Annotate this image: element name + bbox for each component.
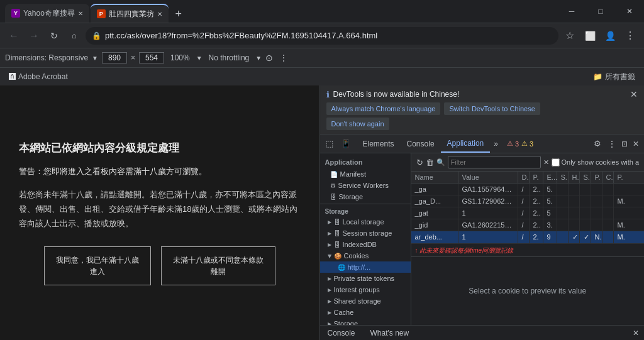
table-row[interactable]: ar_deb... 1 / 2. 9 ✓ ✓ N. M. <box>411 231 645 244</box>
sidebar-shared-storage[interactable]: ▶ Shared storage <box>320 295 411 307</box>
tab-more[interactable]: » <box>490 137 502 151</box>
cell-pri <box>602 219 614 231</box>
dt-icon-device[interactable]: 📱 <box>339 137 353 151</box>
sidebar-cookies-http[interactable]: 🌐 http://... <box>320 261 411 273</box>
storage-top-icon: 🗄 <box>330 194 336 200</box>
col-header-path[interactable]: P. <box>530 172 543 183</box>
cell-name: _gat <box>411 207 458 219</box>
cell-exp: 9 <box>543 231 557 243</box>
bookmark-adobe[interactable]: 🅰 Adobe Acrobat <box>5 71 72 82</box>
menu-button[interactable]: ⋮ <box>621 27 639 45</box>
sidebar-indexeddb[interactable]: ▶ 🗄 IndexedDB <box>320 239 411 250</box>
col-header-exp[interactable]: E... <box>543 172 557 183</box>
col-header-par[interactable]: P. <box>614 172 628 183</box>
bottom-tab-whatsnew[interactable]: What's new <box>363 327 417 339</box>
table-row[interactable]: _gid GA1.26022156... / 2.. 3. M. <box>411 219 645 231</box>
filter-clear-icon[interactable]: ✕ <box>543 158 549 167</box>
cache-icon[interactable]: ⊙ <box>265 53 273 63</box>
show-cookies-checkbox[interactable] <box>552 158 560 167</box>
bottom-tab-console[interactable]: Console <box>320 327 363 339</box>
cell-par: M. <box>614 231 628 243</box>
cell-sec <box>580 207 591 219</box>
sidebar-manifest[interactable]: 📄 Manifest <box>320 168 411 180</box>
new-tab-button[interactable]: + <box>170 5 187 23</box>
close-button[interactable]: ✕ <box>615 0 644 23</box>
adobe-label: Adobe Acrobat <box>18 72 68 81</box>
more-options-icon[interactable]: ⋮ <box>279 53 288 63</box>
tab-application[interactable]: Application <box>441 134 491 153</box>
dont-show-button[interactable]: Don't show again <box>326 118 389 130</box>
home-button[interactable]: ⌂ <box>65 27 83 45</box>
sidebar-storage-top[interactable]: 🗄 Storage <box>320 191 411 202</box>
cell-pri <box>602 184 614 195</box>
col-header-sec[interactable]: S. <box>580 172 591 183</box>
sidebar-private-tokens[interactable]: ▶ Private state tokens <box>320 273 411 284</box>
red-annotation-text: ↑ 此未來要確認每個time同瀏覽記錄 <box>411 245 645 256</box>
filter-input[interactable] <box>448 156 541 168</box>
disagree-button[interactable]: 未滿十八歲或不同意本條款離開 <box>161 246 275 285</box>
maximize-button[interactable]: □ <box>586 0 615 23</box>
tab-ptt[interactable]: P 肚四四實業坊 ✕ <box>91 4 169 23</box>
switch-language-button[interactable]: Switch DevTools to Chinese <box>444 102 540 115</box>
width-input[interactable]: 890 <box>102 52 127 63</box>
col-header-domain[interactable]: D. <box>518 172 530 183</box>
delete-cookies-icon[interactable]: 🗑 <box>426 158 434 167</box>
url-text: ptt.cc/ask/over18?from=%2Fbbs%2FBeauty%2… <box>105 31 552 40</box>
cell-domain: / <box>518 195 530 207</box>
sidebar-cache[interactable]: ▶ Cache <box>320 307 411 318</box>
col-header-same[interactable]: P. <box>591 172 602 183</box>
agree-button[interactable]: 我同意，我已年滿十八歲進入 <box>44 246 151 285</box>
dt-settings-btn[interactable]: ⚙ <box>590 139 605 148</box>
tab-close-ptt[interactable]: ✕ <box>157 11 162 18</box>
notification-icon: ℹ <box>326 90 330 99</box>
table-row[interactable]: _gat 1 / 2.. 5 <box>411 207 645 219</box>
show-cookies-checkbox-label[interactable]: Only show cookies with a <box>552 158 640 167</box>
back-button[interactable]: ← <box>5 27 23 45</box>
match-language-button[interactable]: Always match Chrome's language <box>326 102 441 115</box>
dimensions-label[interactable]: Dimensions: Responsive <box>5 53 88 62</box>
dt-close-btn[interactable]: ✕ <box>630 140 641 148</box>
profile-button[interactable]: 👤 <box>601 27 619 45</box>
zoom-dropdown-icon: ▼ <box>196 55 203 62</box>
cookie-table-area: Name Value D. P. E... S. H. S. P. C. P. <box>411 172 645 256</box>
col-header-http[interactable]: H. <box>569 172 580 183</box>
dt-more-btn[interactable]: ⋮ <box>605 139 619 149</box>
sidebar-storage-bottom[interactable]: ▶ Storage <box>320 318 411 325</box>
forward-button[interactable]: → <box>25 27 43 45</box>
tab-console[interactable]: Console <box>401 134 441 153</box>
col-header-value[interactable]: Value <box>458 172 518 183</box>
cell-http <box>569 207 580 219</box>
sidebar-local-storage[interactable]: ▶ 🗄 Local storage <box>320 216 411 228</box>
reload-button[interactable]: ↻ <box>45 27 63 45</box>
table-row[interactable]: _ga_D... GS1.17290622... / 2.. 5. M. <box>411 195 645 207</box>
col-header-pri[interactable]: C. <box>602 172 614 183</box>
interest-groups-label: Interest groups <box>334 286 380 293</box>
refresh-cookies-icon[interactable]: ↻ <box>416 158 423 167</box>
tab-elements[interactable]: Elements <box>357 134 401 153</box>
sidebar-cookies-group[interactable]: ▶ 🍪 Cookies <box>320 250 411 261</box>
extensions-button[interactable]: ⬜ <box>581 27 599 45</box>
throttling-label[interactable]: No throttling <box>206 52 252 63</box>
shared-storage-triangle: ▶ <box>328 299 331 304</box>
dt-icon-inspect[interactable]: ⬚ <box>323 137 336 151</box>
tab-close-yahoo[interactable]: ✕ <box>78 10 83 17</box>
bottom-bar-close[interactable]: ✕ <box>628 329 644 337</box>
minimize-button[interactable]: ─ <box>557 0 586 23</box>
sidebar-session-storage[interactable]: ▶ 🗄 Session storage <box>320 228 411 239</box>
webpage-content: 本網站已依網站內容分級規定處理 警告：您即將進入之看板內容需滿十八歲方可瀏覽。 … <box>19 140 301 285</box>
tab-yahoo[interactable]: Y Yahoo奇摩搜尋 ✕ <box>5 4 89 23</box>
table-row[interactable]: _ga GA1.15579646... / 2.. 5. <box>411 184 645 195</box>
bookmark-more[interactable]: 📁 所有書籤 <box>589 70 639 84</box>
tab-label-ptt: 肚四四實業坊 <box>109 9 154 19</box>
zoom-label[interactable]: 100% <box>168 52 192 63</box>
sidebar-interest-groups[interactable]: ▶ Interest groups <box>320 284 411 295</box>
notification-close[interactable]: ✕ <box>630 89 638 99</box>
address-field[interactable]: 🔒 ptt.cc/ask/over18?from=%2Fbbs%2FBeauty… <box>86 27 558 45</box>
private-tokens-label: Private state tokens <box>334 275 395 282</box>
col-header-size[interactable]: S. <box>557 172 569 183</box>
dt-dock-btn[interactable]: ⊡ <box>619 140 630 148</box>
sidebar-service-workers[interactable]: ⚙ Service Workers <box>320 180 411 191</box>
bookmark-button[interactable]: ☆ <box>561 27 579 45</box>
height-input[interactable]: 554 <box>139 52 164 63</box>
col-header-name[interactable]: Name <box>411 172 458 183</box>
